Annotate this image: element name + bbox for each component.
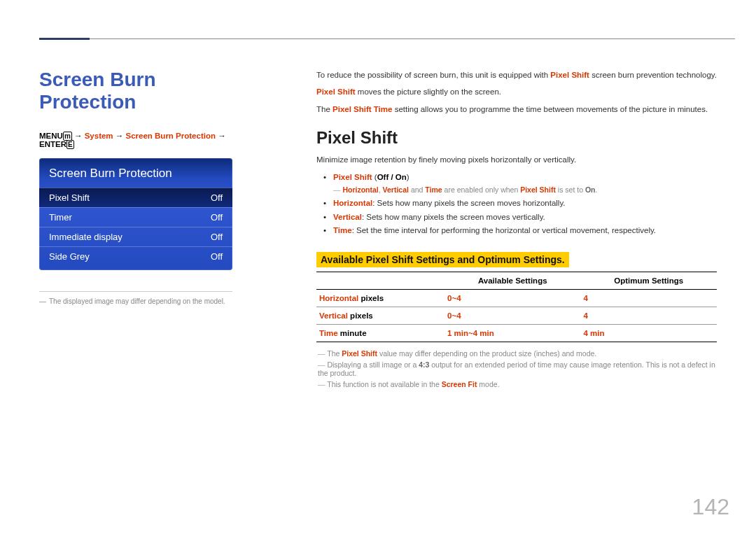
table-header-optimum: Optimum Settings [581,272,718,289]
osd-title: Screen Burn Protection [39,167,232,188]
arrow-icon: → [115,132,124,140]
osd-row-value: Off [211,192,223,203]
table-header-row: Available Settings Optimum Settings [316,272,717,289]
pixel-shift-heading: Pixel Shift [316,128,717,148]
breadcrumb-system: System [85,132,113,140]
osd-row-label: Immediate display [49,232,122,242]
osd-row-pixel-shift[interactable]: Pixel Shift Off [39,188,232,207]
arrow-icon: → [218,132,226,140]
table-header-available: Available Settings [444,272,580,289]
list-item: Vertical: Sets how many pixels the scree… [333,211,717,225]
osd-row-label: Side Grey [49,251,90,262]
arrow-icon: → [74,132,83,140]
table-heading-highlight: Available Pixel Shift Settings and Optim… [316,252,569,267]
footnote-1: The Pixel Shift value may differ dependi… [316,349,717,358]
osd-row-value: Off [211,232,223,242]
pixel-shift-option-list: Pixel Shift (Off / On) [316,171,717,185]
table-row: Time minute 1 min~4 min 4 min [316,324,717,342]
list-item: Time: Set the time interval for performi… [333,224,717,238]
intro-para-3: The Pixel Shift Time setting allows you … [316,103,717,115]
list-item: Horizontal: Sets how many pixels the scr… [333,197,717,211]
left-column: Screen Burn Protection MENUm → System → … [39,69,249,305]
table-row: Horizontal pixels 0~4 4 [316,289,717,307]
right-column: To reduce the possibility of screen burn… [316,69,717,391]
table-row: Vertical pixels 0~4 4 [316,307,717,324]
osd-row-timer[interactable]: Timer Off [39,207,232,227]
breadcrumb-sbp: Screen Burn Protection [126,132,216,140]
osd-row-value: Off [211,212,223,223]
header-accent-bar [39,38,90,40]
page-number: 142 [692,494,729,520]
list-item: Pixel Shift (Off / On) [333,171,717,185]
left-footnote-text: The displayed image may differ depending… [49,297,225,305]
page-title: Screen Burn Protection [39,69,249,113]
footnote-2: Displaying a still image or a 4:3 output… [316,360,717,377]
pixel-shift-desc: Minimize image retention by finely movin… [316,153,717,166]
pixel-shift-params-list: Horizontal: Sets how many pixels the scr… [316,197,717,238]
breadcrumb-menu: MENU [39,132,63,140]
left-footnote: ―The displayed image may differ dependin… [39,297,249,305]
footnote-3: This function is not available in the Sc… [316,380,717,388]
intro-para-2: Pixel Shift moves the picture slightly o… [316,85,717,98]
settings-table: Available Settings Optimum Settings Hori… [316,272,717,342]
header-rule [90,38,735,39]
osd-row-label: Pixel Shift [49,192,90,203]
intro-para-1: To reduce the possibility of screen burn… [316,69,717,81]
enter-icon: E [66,140,74,149]
osd-row-immediate-display[interactable]: Immediate display Off [39,227,232,246]
footer-notes: The Pixel Shift value may differ dependi… [316,349,717,388]
osd-row-label: Timer [49,212,72,223]
enable-note: Horizontal, Vertical and Time are enable… [316,185,717,194]
osd-row-value: Off [211,251,223,262]
breadcrumb-enter: ENTER [39,140,66,148]
osd-panel: Screen Burn Protection Pixel Shift Off T… [39,158,232,270]
breadcrumb: MENUm → System → Screen Burn Protection … [39,132,249,148]
osd-row-side-grey[interactable]: Side Grey Off [39,246,232,266]
table-header-empty [316,272,444,289]
separator [39,291,232,292]
